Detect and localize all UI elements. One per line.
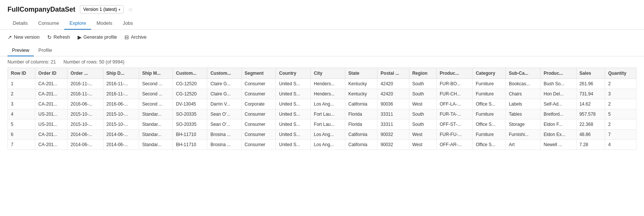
table-cell: United S... [276,89,311,99]
table-cell: 6 [8,130,35,140]
col-header-segment: Segment [241,68,276,79]
tab-consume[interactable]: Consume [33,17,64,30]
table-cell: 2015-10-... [103,119,139,130]
table-cell: 7 [8,140,35,150]
table-cell: Florida [345,119,377,130]
table-cell: Newell ... [541,140,576,150]
table-cell: Darrin V... [207,99,241,109]
archive-icon: ⊟ [124,34,129,40]
table-cell: Los Ang... [311,140,345,150]
table-cell: 5 [605,109,637,119]
table-cell: South [409,109,436,119]
table-cell: Consumer [241,130,276,140]
table-cell: Consumer [241,140,276,150]
table-cell: Furniture [473,89,506,99]
data-table: Row ID Order ID Order ... Ship D... Ship… [7,68,637,150]
table-cell: BH-11710 [173,140,207,150]
sub-tab-bar: Preview Profile [0,45,644,56]
table-cell: Claire G... [207,89,241,99]
table-cell: California [345,130,377,140]
table-row: 5US-201...2015-10-...2015-10-...Standar.… [8,119,637,130]
data-table-container[interactable]: Row ID Order ID Order ... Ship D... Ship… [0,68,644,150]
table-cell: 2014-06-... [103,140,139,150]
generate-profile-icon: ▶ [78,34,82,40]
refresh-label: Refresh [54,35,70,40]
table-cell: CA-201... [35,89,67,99]
table-cell: Consumer [241,89,276,99]
tab-preview[interactable]: Preview [7,45,34,56]
table-cell: 2016-06-... [103,99,139,109]
table-cell: 731.94 [576,89,605,99]
table-row: 3CA-201...2016-06-...2016-06-...Second .… [8,99,637,109]
table-cell: Labels [506,99,541,109]
table-cell: South [409,89,436,99]
table-cell: 90032 [377,140,409,150]
col-header-sub-category: Sub-Ca... [506,68,541,79]
table-cell: Sean O'... [207,109,241,119]
table-cell: 5 [8,119,35,130]
table-cell: US-201... [35,119,67,130]
table-cell: CA-201... [35,99,67,109]
table-cell: 2014-06-... [67,130,103,140]
generate-profile-button[interactable]: ▶ Generate profile [78,34,117,40]
archive-button[interactable]: ⊟ Archive [124,34,147,40]
col-header-sales: Sales [576,68,605,79]
main-nav: Details Consume Explore Models Jobs [0,17,644,30]
table-cell: 33311 [377,119,409,130]
table-cell: 2014-06-... [67,140,103,150]
col-header-category: Category [473,68,506,79]
table-cell: 2016-11-... [103,89,139,99]
table-cell: Chairs [506,89,541,99]
table-cell: 14.62 [576,99,605,109]
table-cell: OFF-AR-... [436,140,472,150]
col-header-postal: Postal ... [377,68,409,79]
chevron-down-icon: ▾ [118,8,120,12]
tab-explore[interactable]: Explore [64,17,91,30]
table-cell: Bretford... [541,109,576,119]
table-cell: FUR-CH... [436,89,472,99]
archive-label: Archive [131,35,147,40]
refresh-button[interactable]: ↻ Refresh [47,34,70,40]
col-header-quantity: Quantity [605,68,637,79]
col-header-product-id: Produc... [436,68,472,79]
table-cell: OFF-LA-... [436,99,472,109]
col-header-city: City [311,68,345,79]
table-cell: Los Ang... [311,99,345,109]
table-cell: United S... [276,99,311,109]
table-cell: Consumer [241,109,276,119]
table-cell: 2015-10-... [67,119,103,130]
table-cell: Florida [345,109,377,119]
table-cell: 3 [8,99,35,109]
table-cell: 2016-11-... [103,79,139,89]
table-cell: Furnishi... [506,130,541,140]
favorite-icon[interactable]: ☆ [128,6,133,12]
table-cell: Kentucky [345,79,377,89]
new-version-button[interactable]: ↗ New version [7,34,40,40]
table-cell: Bush So... [541,79,576,89]
table-cell: BH-11710 [173,130,207,140]
table-cell: Second ... [139,79,173,89]
tab-details[interactable]: Details [7,17,33,30]
tab-jobs[interactable]: Jobs [117,17,138,30]
table-header-row: Row ID Order ID Order ... Ship D... Ship… [8,68,637,79]
table-cell: CA-201... [35,140,67,150]
stats-bar: Number of columns: 21 Number of rows: 50… [0,56,644,68]
table-cell: Fort Lau... [311,109,345,119]
tab-profile[interactable]: Profile [34,45,57,56]
table-cell: CA-201... [35,130,67,140]
table-cell: Art [506,140,541,150]
table-cell: 48.86 [576,130,605,140]
table-cell: Corporate [241,99,276,109]
table-cell: 33311 [377,109,409,119]
table-cell: Henders... [311,89,345,99]
table-cell: OFF-ST-... [436,119,472,130]
tab-models[interactable]: Models [91,17,117,30]
table-cell: Hon Del... [541,89,576,99]
table-cell: Eldon Ex... [541,130,576,140]
version-dropdown[interactable]: Version 1 (latest) ▾ [80,5,124,14]
table-cell: SO-20335 [173,109,207,119]
table-cell: Brosina ... [207,140,241,150]
table-row: 6CA-201...2014-06-...2014-06-...Standar.… [8,130,637,140]
version-label: Version 1 (latest) [83,7,117,12]
table-cell: West [409,130,436,140]
